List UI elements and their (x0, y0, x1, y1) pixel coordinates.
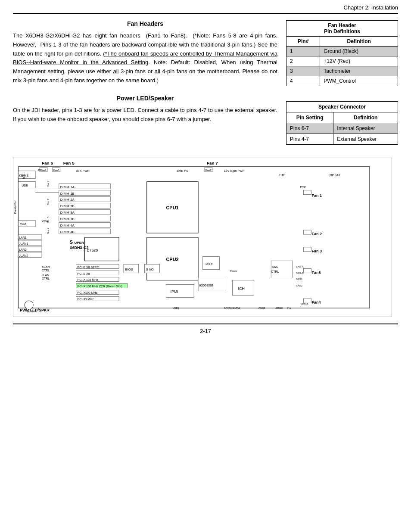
power-led-left: Power LED/Speaker On the JDI header, pin… (13, 95, 277, 145)
motherboard-diagram: Fan 6 Fan 5 Fan 7 KB/MS USB VGA LAN1 JLA… (13, 158, 392, 317)
power-led-row: Power LED/Speaker On the JDI header, pin… (13, 95, 398, 145)
svg-text:BIOS: BIOS (125, 268, 133, 271)
underline-note: (*The onboard fan speeds are controlled … (13, 50, 277, 66)
svg-text:ATX PWR: ATX PWR (76, 169, 90, 172)
svg-text:JWD8: JWD8 (258, 307, 265, 309)
svg-text:PXH: PXH (206, 262, 213, 266)
svg-text:J2B10: J2B10 (275, 307, 283, 309)
svg-text:Fan4: Fan4 (312, 300, 321, 305)
svg-text:UPER: UPER (75, 241, 84, 245)
svg-text:6300ESB: 6300ESB (199, 283, 214, 287)
svg-text:J2B10: J2B10 (301, 303, 309, 305)
fan-pin-1: 1 (286, 47, 320, 56)
svg-text:Slot 4: Slot 4 (47, 227, 50, 234)
svg-text:J1D1: J1D1 (279, 174, 286, 177)
svg-text:Fan 2: Fan 2 (312, 232, 322, 236)
svg-text:DIMM 2A: DIMM 2A (60, 198, 75, 202)
svg-text:Fan 3: Fan 3 (312, 249, 322, 253)
svg-rect-94 (304, 299, 311, 303)
fan-def-1: Ground (Black) (320, 47, 398, 56)
svg-rect-90 (304, 247, 311, 252)
svg-text:USB9: USB9 (172, 307, 179, 309)
speaker-connector-table: Speaker Connector Pin Setting Definition… (286, 101, 398, 145)
svg-text:Fan 5: Fan 5 (63, 161, 75, 165)
svg-text:PCI-X100 MHz: PCI-X100 MHz (78, 291, 98, 294)
fan-def-2: +12V (Red) (320, 56, 398, 66)
svg-text:USB: USB (22, 184, 28, 187)
all-label-1: all (113, 68, 118, 75)
svg-point-96 (25, 301, 33, 309)
fan-pin-3: 3 (286, 66, 320, 76)
svg-text:JLAN: JLAN (42, 274, 49, 277)
fan-col-def: Definition (320, 37, 398, 47)
svg-text:Slot 1: Slot 1 (47, 180, 50, 187)
svg-text:Fan 7: Fan 7 (207, 161, 218, 165)
svg-text:DIMM 2B: DIMM 2B (60, 204, 75, 208)
svg-text:SAS2: SAS2 (296, 284, 303, 287)
svg-text:Parallel Port: Parallel Port (14, 200, 16, 214)
page-number: 2-17 (200, 328, 211, 334)
power-led-title: Power LED/Speaker (13, 95, 277, 102)
svg-text:JLAN2: JLAN2 (19, 254, 28, 257)
svg-text:DIMM 4A: DIMM 4A (60, 224, 75, 227)
svg-text:12V 8-pin PWR: 12V 8-pin PWR (224, 169, 245, 173)
svg-text:SAS-A: SAS-A (296, 265, 304, 268)
fan-def-4: PWM_Control (320, 76, 398, 86)
svg-text:Fan 1: Fan 1 (312, 193, 322, 198)
fan-headers-right: Fan HeaderPin Definitions Pin# Definitio… (286, 20, 398, 86)
svg-text:CTRL: CTRL (42, 277, 50, 280)
speaker-pins-1: Pins 6-7 (286, 123, 333, 134)
fan-row-3: 3 Tachometer (286, 66, 398, 76)
svg-text:CTRL: CTRL (42, 269, 50, 272)
svg-text:SAS-B: SAS-B (296, 272, 304, 274)
speaker-def-2: External Speaker (333, 134, 398, 145)
svg-text:LAN2: LAN2 (19, 248, 27, 251)
svg-text:DIMM 1B: DIMM 1B (60, 192, 75, 196)
svg-rect-86 (304, 190, 311, 195)
svg-text:CPU2: CPU2 (166, 257, 178, 262)
svg-text:CTRL: CTRL (271, 270, 279, 273)
svg-text:Fan5: Fan5 (53, 169, 59, 171)
fan-table-title: Fan HeaderPin Definitions (286, 21, 398, 37)
fan-row-1: 1 Ground (Black) (286, 47, 398, 56)
speaker-row-1: Pins 6-7 Internal Speaker (286, 123, 398, 134)
svg-text:Fan 6: Fan 6 (42, 161, 53, 165)
power-led-body: On the JDI header, pins 1-3 are for a po… (13, 106, 277, 124)
svg-text:J3P: J3P (329, 174, 334, 177)
speaker-table-container: Speaker Connector Pin Setting Definition… (286, 95, 398, 145)
page-footer: 2-17 (0, 324, 411, 338)
svg-text:PCI-33 MHz: PCI-33 MHz (78, 298, 94, 301)
svg-text:PCI-E X8   SEPC: PCI-E X8 SEPC (78, 266, 99, 269)
fan-col-pin: Pin# (286, 37, 320, 47)
svg-text:X6DH3-G2: X6DH3-G2 (70, 246, 89, 250)
svg-text:PCI-X 133 MHz: PCI-X 133 MHz (78, 278, 99, 281)
svg-rect-88 (304, 230, 311, 234)
fan-def-3: Tachometer (320, 66, 398, 76)
svg-text:P1: P1 (287, 306, 291, 309)
svg-text:JLAN1: JLAN1 (19, 242, 28, 245)
svg-text:IPMI: IPMI (170, 289, 178, 294)
svg-text:XLAN: XLAN (42, 265, 50, 268)
svg-text:Slot 2: Slot 2 (47, 198, 50, 205)
fan-header-table: Fan HeaderPin Definitions Pin# Definitio… (286, 20, 398, 86)
svg-text:J31: J31 (37, 169, 42, 171)
svg-text:PSF: PSF (300, 186, 306, 189)
chapter-title: Chapter 2: Installation (344, 4, 398, 11)
svg-text:Fan7: Fan7 (206, 169, 212, 171)
svg-text:S I/O: S I/O (146, 268, 154, 271)
svg-text:DIMM 3A: DIMM 3A (60, 211, 75, 215)
svg-text:SAS: SAS (272, 265, 278, 268)
fan-headers-body: The X6DH3-G2/X6DHi-G2 has eight fan head… (13, 31, 277, 85)
fan-row-2: 2 +12V (Red) (286, 56, 398, 66)
svg-rect-92 (304, 269, 311, 273)
svg-text:PCI-X 100 MHz ZCR (Green Slot): PCI-X 100 MHz ZCR (Green Slot) (78, 285, 122, 288)
fan-row-4: 4 PWM_Control (286, 76, 398, 86)
svg-text:Buzzer: Buzzer (27, 310, 36, 313)
svg-text:LAN1: LAN1 (19, 236, 27, 239)
speaker-col-def: Definition (333, 112, 398, 123)
fan-headers-row: Fan Headers The X6DH3-G2/X6DHi-G2 has ei… (13, 20, 398, 86)
svg-text:Slot 3: Slot 3 (47, 216, 50, 223)
svg-text:VGA: VGA (20, 222, 26, 225)
svg-text:PCI-E X8: PCI-E X8 (78, 272, 90, 275)
fan-pin-2: 2 (286, 56, 320, 66)
